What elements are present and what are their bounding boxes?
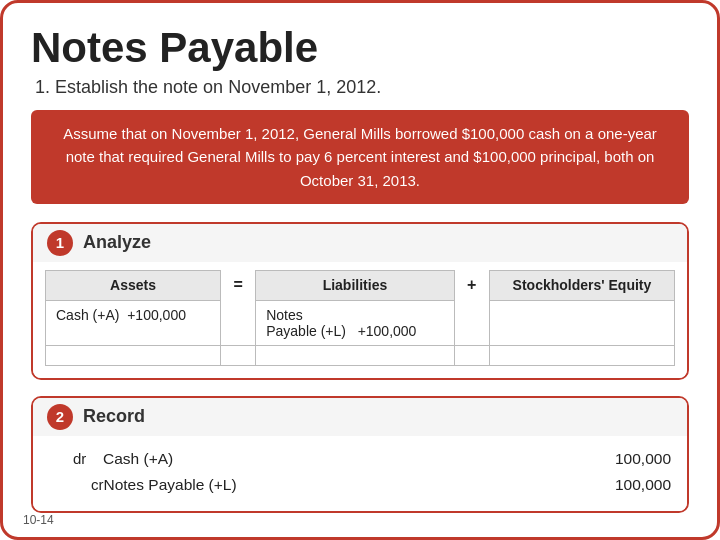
page-title: Notes Payable xyxy=(31,25,689,71)
assets-cell: Cash (+A) +100,000 xyxy=(46,300,221,345)
table-row: Cash (+A) +100,000 NotesPayable (+L) +10… xyxy=(46,300,675,345)
cr-account: Notes Payable (+L) xyxy=(104,472,444,498)
col-liabilities: Liabilities xyxy=(256,270,455,300)
analyze-body: Assets = Liabilities + Stockholders' Equ… xyxy=(33,270,687,378)
eq-cell xyxy=(221,300,256,345)
record-row-cr: cr Notes Payable (+L) 100,000 xyxy=(73,472,671,498)
step-2-circle: 2 xyxy=(47,404,73,430)
spacer-assets xyxy=(46,345,221,365)
record-header: 2 Record xyxy=(33,398,687,436)
analyze-section: 1 Analyze Assets = Liabilities + Stockho… xyxy=(31,222,689,380)
cr-label: cr xyxy=(73,472,104,498)
slide: Notes Payable 1. Establish the note on N… xyxy=(0,0,720,540)
table-row-spacer xyxy=(46,345,675,365)
spacer-eq2 xyxy=(489,345,674,365)
step-1-circle: 1 xyxy=(47,230,73,256)
spacer-liab xyxy=(256,345,455,365)
eq-sign: = xyxy=(221,270,256,300)
col-equity: Stockholders' Equity xyxy=(489,270,674,300)
liabilities-cell: NotesPayable (+L) +100,000 xyxy=(256,300,455,345)
col-assets: Assets xyxy=(46,270,221,300)
record-label: Record xyxy=(83,406,145,427)
record-row-dr: dr Cash (+A) 100,000 xyxy=(73,446,671,472)
spacer-eq xyxy=(221,345,256,365)
spacer-plus xyxy=(454,345,489,365)
analyze-label: Analyze xyxy=(83,232,151,253)
record-section: 2 Record dr Cash (+A) 100,000 cr Notes P… xyxy=(31,396,689,513)
plus-sign: + xyxy=(454,270,489,300)
page-number: 10-14 xyxy=(23,513,54,527)
plus-cell xyxy=(454,300,489,345)
assumption-box: Assume that on November 1, 2012, General… xyxy=(31,110,689,204)
analyze-header: 1 Analyze xyxy=(33,224,687,262)
subtitle: 1. Establish the note on November 1, 201… xyxy=(31,77,689,98)
record-body: dr Cash (+A) 100,000 cr Notes Payable (+… xyxy=(33,436,687,511)
equity-cell xyxy=(489,300,674,345)
dr-label: dr xyxy=(73,446,103,472)
cr-amount: 100,000 xyxy=(615,472,671,498)
dr-account: Cash (+A) xyxy=(103,446,443,472)
dr-amount: 100,000 xyxy=(615,446,671,472)
analyze-table: Assets = Liabilities + Stockholders' Equ… xyxy=(45,270,675,366)
